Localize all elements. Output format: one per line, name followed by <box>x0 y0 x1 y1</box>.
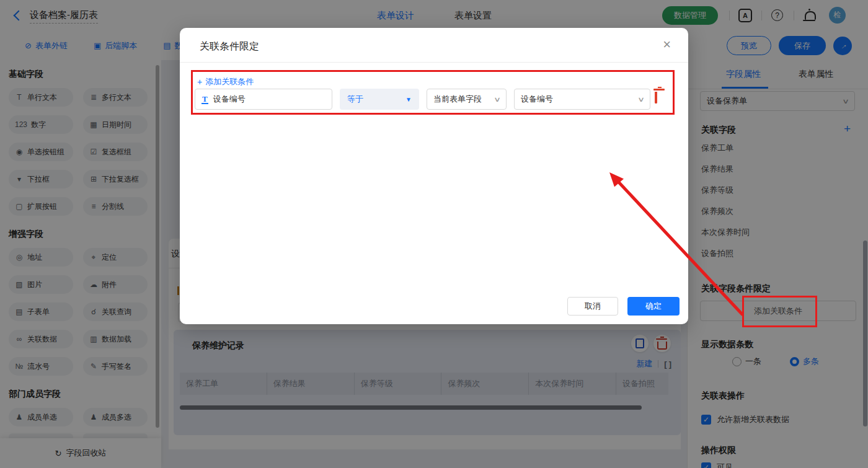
trash-icon <box>655 92 657 104</box>
condition-field-value: 设备编号 <box>213 94 246 105</box>
confirm-button[interactable]: 确定 <box>627 297 680 316</box>
condition-modal: 关联条件限定 × + 添加关联条件 T 设备编号 等于 ▼ 当前表单字段 ∨ 设… <box>180 28 688 324</box>
source-type-value: 当前表单字段 <box>433 94 482 105</box>
source-type-select[interactable]: 当前表单字段 ∨ <box>427 89 507 110</box>
condition-row: T 设备编号 等于 ▼ 当前表单字段 ∨ 设备编号 ∨ <box>180 89 688 110</box>
modal-add-condition-label: 添加关联条件 <box>205 76 254 87</box>
divider <box>180 62 688 63</box>
text-field-icon: T <box>202 95 208 104</box>
cancel-button[interactable]: 取消 <box>567 297 618 316</box>
close-icon[interactable]: × <box>663 37 671 53</box>
modal-add-condition-link[interactable]: + 添加关联条件 <box>197 76 254 87</box>
operator-value: 等于 <box>347 94 363 105</box>
condition-field-input[interactable]: T 设备编号 <box>195 89 332 110</box>
plus-icon: + <box>197 77 202 87</box>
delete-condition-button[interactable] <box>655 92 657 103</box>
modal-title: 关联条件限定 <box>200 40 259 53</box>
chevron-down-icon: ∨ <box>637 95 645 104</box>
target-field-value: 设备编号 <box>521 94 553 105</box>
target-field-select[interactable]: 设备编号 ∨ <box>514 89 650 110</box>
chevron-down-icon: ∨ <box>494 95 501 104</box>
caret-down-icon: ▼ <box>405 96 412 103</box>
operator-select[interactable]: 等于 ▼ <box>340 89 419 110</box>
form-designer-app: 设备档案-履历表 表单设计 表单设置 数据管理 A ? 检 ⊘ 表单外链 ▣ 后… <box>0 0 868 468</box>
